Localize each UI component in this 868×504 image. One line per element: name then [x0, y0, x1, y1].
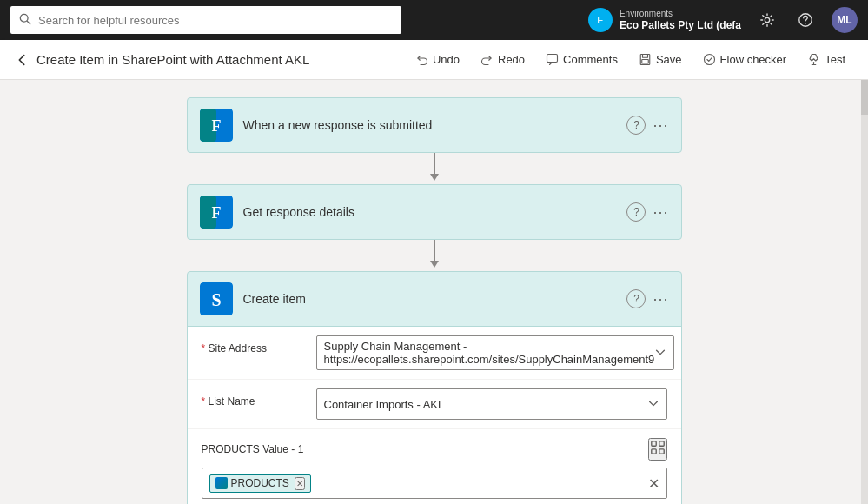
nav-actions: Undo Redo Comments Save: [407, 48, 854, 71]
step-1-icon: F: [200, 109, 233, 142]
svg-point-4: [805, 23, 805, 23]
site-address-control[interactable]: Supply Chain Management - https://ecopal…: [316, 335, 675, 370]
test-label: Test: [825, 53, 845, 66]
save-icon: [639, 53, 652, 66]
svg-point-2: [765, 17, 769, 22]
nav-bar: Create Item in SharePoint with Attachmen…: [0, 40, 868, 80]
svg-rect-21: [659, 441, 663, 446]
step-3-help-button[interactable]: ?: [626, 289, 646, 308]
flow-checker-label: Flow checker: [720, 53, 787, 66]
comments-icon: [546, 53, 559, 66]
step-2-label: Get response details: [243, 205, 617, 219]
list-name-control[interactable]: Container Imports - AKL: [316, 388, 667, 420]
list-name-value: Container Imports - AKL: [324, 398, 647, 411]
redo-button[interactable]: Redo: [472, 48, 533, 71]
search-box[interactable]: [10, 6, 401, 34]
step-3-label: Create item: [243, 292, 617, 306]
site-address-value-1: Supply Chain Management -: [324, 340, 655, 353]
top-bar-right: E Environments Eco Pallets Pty Ltd (defa…: [588, 7, 858, 33]
svg-rect-8: [642, 60, 649, 64]
step-1-label: When a new response is submitted: [243, 118, 617, 132]
redo-label: Redo: [498, 53, 525, 66]
step-2-help-button[interactable]: ?: [626, 202, 646, 222]
products-section: PRODUCTS Value - 1 PRODUCTS: [188, 429, 681, 504]
back-button[interactable]: [14, 52, 30, 68]
flow-checker-button[interactable]: Flow checker: [694, 48, 796, 71]
site-address-row: * Site Address Supply Chain Management -…: [188, 327, 681, 380]
svg-rect-7: [642, 55, 647, 58]
top-bar: E Environments Eco Pallets Pty Ltd (defa…: [0, 0, 868, 40]
products-chip-label: PRODUCTS: [231, 477, 289, 489]
products-input-row[interactable]: PRODUCTS ✕ ✕: [202, 468, 667, 499]
products-chip: PRODUCTS ✕: [209, 474, 311, 493]
scrollbar-track: [861, 80, 868, 504]
products-section-label: PRODUCTS Value - 1: [202, 443, 304, 455]
redo-icon: [480, 53, 494, 66]
save-label: Save: [656, 53, 682, 66]
products-chip-icon: [215, 477, 228, 489]
undo-icon: [415, 53, 428, 66]
step-3-body: * Site Address Supply Chain Management -…: [188, 327, 681, 504]
undo-label: Undo: [433, 53, 460, 66]
arrow-2: [426, 240, 443, 271]
test-button[interactable]: Test: [798, 48, 854, 71]
env-text: Environments Eco Pallets Pty Ltd (defa: [620, 8, 741, 33]
step-1-help-button[interactable]: ?: [626, 116, 646, 135]
svg-point-9: [704, 55, 714, 65]
undo-button[interactable]: Undo: [407, 48, 468, 71]
site-address-label: * Site Address: [202, 335, 306, 355]
step-2-icon: F: [200, 196, 233, 229]
products-clear-button[interactable]: ✕: [648, 475, 659, 492]
comments-button[interactable]: Comments: [537, 48, 626, 71]
products-chip-close-button[interactable]: ✕: [295, 477, 305, 490]
env-name: Eco Pallets Pty Ltd (defa: [620, 19, 741, 33]
products-header: PRODUCTS Value - 1: [202, 438, 667, 461]
search-input[interactable]: [38, 14, 393, 27]
env-label: Environments: [620, 8, 741, 19]
svg-text:S: S: [211, 290, 221, 309]
step-3-icon: S: [200, 282, 233, 315]
list-name-dropdown-arrow: [647, 397, 659, 412]
step-3-actions: ? ···: [626, 289, 668, 308]
svg-rect-5: [547, 55, 558, 63]
avatar[interactable]: ML: [832, 7, 858, 33]
env-icon: E: [588, 8, 613, 32]
search-icon: [19, 13, 31, 28]
comments-label: Comments: [563, 53, 618, 66]
canvas: F When a new response is submitted ? ···…: [0, 80, 868, 504]
help-button[interactable]: [793, 8, 818, 32]
list-name-label: * List Name: [202, 388, 306, 408]
svg-rect-20: [651, 441, 655, 446]
svg-rect-23: [659, 449, 663, 454]
step-1-more-button[interactable]: ···: [653, 116, 668, 135]
save-button[interactable]: Save: [630, 48, 691, 71]
svg-rect-22: [651, 449, 655, 454]
step-1-actions: ? ···: [626, 116, 668, 135]
settings-button[interactable]: [755, 8, 779, 32]
step-3-header[interactable]: S Create item ? ···: [188, 272, 681, 327]
svg-text:F: F: [211, 117, 221, 135]
step-2-actions: ? ···: [626, 202, 668, 222]
list-name-row: * List Name Container Imports - AKL: [188, 380, 681, 429]
step-get-response[interactable]: F Get response details ? ···: [187, 184, 682, 240]
step-create-item: S Create item ? ··· * Site Address Suppl…: [187, 271, 682, 504]
scrollbar-thumb[interactable]: [861, 80, 868, 115]
arrow-1: [426, 153, 443, 184]
step-3-more-button[interactable]: ···: [653, 290, 668, 308]
site-address-dropdown-arrow: [654, 346, 666, 361]
svg-text:F: F: [211, 204, 221, 222]
test-icon: [807, 53, 820, 66]
site-address-value-2: https://ecopallets.sharepoint.com/sites/…: [324, 353, 655, 366]
svg-line-1: [27, 21, 30, 24]
flow-checker-icon: [703, 53, 716, 66]
step-when-response[interactable]: F When a new response is submitted ? ···: [187, 97, 682, 153]
matrix-icon-button[interactable]: [648, 438, 667, 461]
env-info: E Environments Eco Pallets Pty Ltd (defa: [588, 8, 741, 33]
breadcrumb-title: Create Item in SharePoint with Attachmen…: [36, 52, 309, 67]
step-2-more-button[interactable]: ···: [653, 203, 668, 222]
